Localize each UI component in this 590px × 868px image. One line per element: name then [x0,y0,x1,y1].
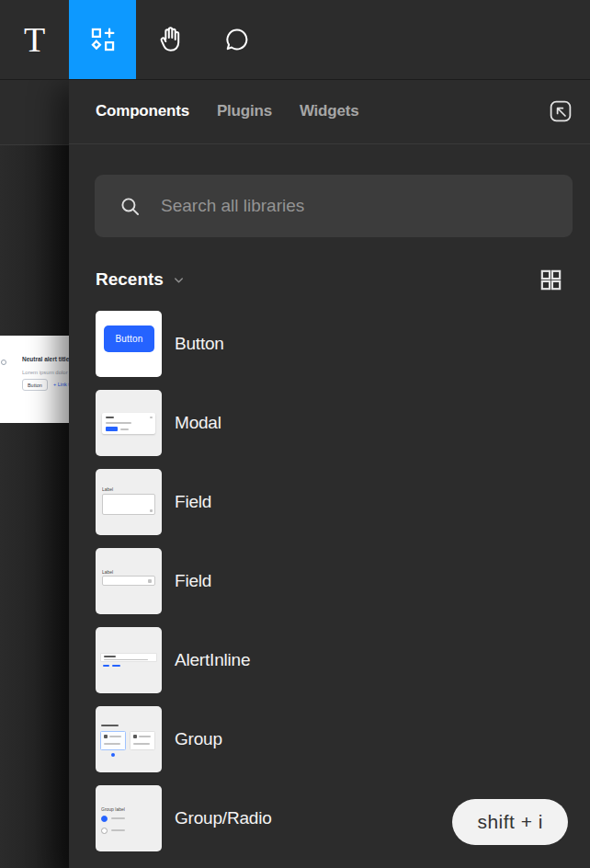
tab-components[interactable]: Components [96,102,189,120]
info-icon [1,360,6,365]
thumb-alert-preview [100,653,157,662]
text-tool-button[interactable]: T [0,0,69,79]
component-thumbnail [96,627,162,693]
component-list-item[interactable]: Label Field [96,548,590,614]
search-bar[interactable] [95,175,573,237]
alert-title: Neutral alert title [22,356,69,363]
shortcut-badge: shift + i [452,799,568,845]
thumb-group-card [100,731,126,750]
component-list-item[interactable]: ButtonButton [96,311,590,377]
tab-plugins[interactable]: Plugins [217,102,272,120]
component-name: Field [175,492,211,512]
components-icon [87,24,119,55]
alert-card-preview[interactable]: Neutral alert title Lorem ipsum dolor am… [0,336,69,423]
component-list-item[interactable]: Modal [96,390,590,456]
component-thumbnail [96,390,162,456]
component-thumbnail [96,706,162,772]
left-sidebar-fragment [0,80,69,145]
component-list-item[interactable]: AlertInline [96,627,590,693]
component-thumbnail: Label [96,548,162,614]
figma-app: T [0,0,590,868]
recents-header: Recents [96,265,564,294]
shortcut-text: shift + i [477,811,543,833]
search-input[interactable] [159,195,556,217]
comment-bubble-icon [222,25,252,54]
thumb-group-card [130,731,155,750]
component-name: Group/Radio [175,808,272,828]
component-name: Group [175,729,222,749]
tab-widgets[interactable]: Widgets [300,102,359,120]
hand-tool-button[interactable] [136,0,203,79]
component-thumbnail: Label [96,469,162,535]
recents-label: Recents [96,269,164,290]
assets-tool-button[interactable] [69,0,136,79]
hand-icon [155,25,185,54]
toolbar: T [0,0,590,80]
grid-view-icon[interactable] [538,267,564,293]
alert-link: + Link text [53,382,69,387]
canvas[interactable]: Neutral alert title Lorem ipsum dolor am… [0,145,69,868]
search-icon [118,194,142,219]
thumb-button-preview: Button [104,326,154,352]
component-name: AlertInline [175,650,250,670]
open-library-button[interactable] [546,97,575,126]
component-name: Button [175,334,224,354]
alert-button: Button [22,379,48,391]
comment-tool-button[interactable] [203,0,270,79]
thumb-input-preview [102,494,155,515]
assets-panel: Components Plugins Widgets Recents [69,79,590,868]
thumb-input-preview [102,576,155,586]
panel-tabs: Components Plugins Widgets [69,79,590,144]
arrow-up-left-icon [547,97,574,125]
thumb-modal-preview [102,413,155,434]
component-list-item[interactable]: Group [96,706,590,772]
component-thumbnail: Button [96,311,162,377]
component-name: Field [175,571,211,591]
chevron-down-icon[interactable] [172,273,186,287]
alert-body-text: Lorem ipsum dolor amet consec [22,369,69,375]
text-tool-icon: T [24,22,45,57]
components-list: ButtonButton ModalLabel FieldLabel Field… [69,311,590,851]
component-list-item[interactable]: Label Field [96,469,590,535]
component-name: Modal [175,413,221,433]
component-thumbnail: Group label [96,785,162,851]
